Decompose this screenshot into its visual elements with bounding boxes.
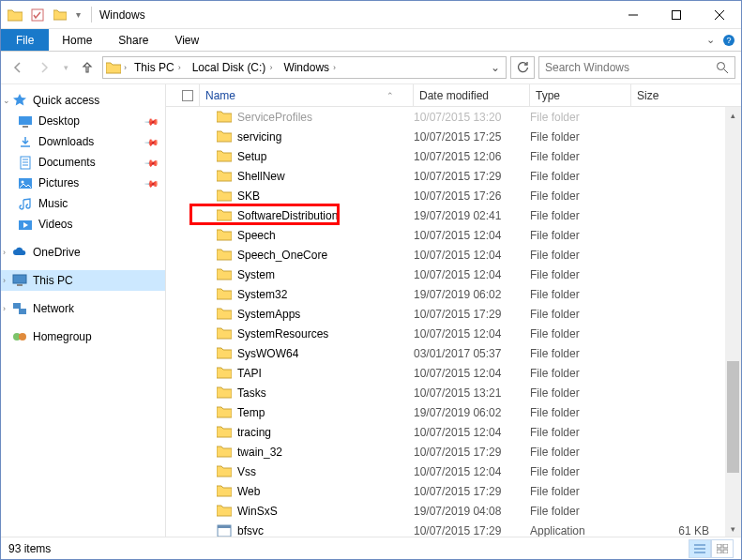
file-row[interactable]: SystemApps10/07/2015 17:29File folder xyxy=(166,304,741,324)
sidebar-item-downloads[interactable]: Downloads📌 xyxy=(1,131,165,152)
column-date[interactable]: Date modified xyxy=(414,84,530,106)
file-type: File folder xyxy=(530,347,631,360)
folder-icon xyxy=(217,485,232,497)
sidebar-item-music[interactable]: Music xyxy=(1,193,165,214)
file-row[interactable]: SoftwareDistribution19/07/2019 02:41File… xyxy=(166,205,741,225)
crumb-thispc[interactable]: This PC› xyxy=(129,61,185,74)
sidebar-item-documents[interactable]: Documents📌 xyxy=(1,152,165,173)
documents-icon xyxy=(18,156,33,170)
scrollbar[interactable]: ▴ ▾ xyxy=(725,107,741,537)
sidebar-item-pictures[interactable]: Pictures📌 xyxy=(1,173,165,193)
search-input[interactable] xyxy=(545,61,716,74)
folder-icon xyxy=(217,111,232,123)
ribbon-expand-icon[interactable]: ⌄ xyxy=(706,34,715,46)
column-type[interactable]: Type xyxy=(530,84,631,106)
file-row[interactable]: Speech10/07/2015 12:04File folder xyxy=(166,225,741,245)
file-row[interactable]: ServiceProfiles10/07/2015 13:20File fold… xyxy=(166,107,741,127)
sidebar-onedrive[interactable]: › OneDrive xyxy=(1,242,165,263)
search-box[interactable] xyxy=(538,56,735,79)
file-name: Vss xyxy=(237,465,256,478)
minimize-button[interactable] xyxy=(612,1,655,29)
file-row[interactable]: Vss10/07/2015 12:04File folder xyxy=(166,462,741,481)
svg-point-16 xyxy=(19,333,26,341)
file-row[interactable]: WinSxS19/07/2019 04:08File folder xyxy=(166,501,741,521)
file-row[interactable]: System3219/07/2019 06:02File folder xyxy=(166,284,741,304)
file-row[interactable]: ShellNew10/07/2015 17:29File folder xyxy=(166,166,741,186)
sidebar-item-label: Desktop xyxy=(38,114,80,128)
qat-dropdown-icon[interactable]: ▾ xyxy=(72,5,83,25)
pin-icon: 📌 xyxy=(144,134,159,149)
svg-rect-20 xyxy=(723,544,728,548)
chevron-down-icon[interactable]: ⌄ xyxy=(3,96,10,105)
column-name[interactable]: Name⌃ xyxy=(200,84,414,106)
chevron-right-icon[interactable]: › xyxy=(3,304,6,313)
file-name: Tasks xyxy=(237,386,266,400)
file-tab[interactable]: File xyxy=(1,29,49,51)
scroll-thumb[interactable] xyxy=(727,361,739,473)
nav-forward-button[interactable] xyxy=(33,56,55,79)
sidebar-this-pc[interactable]: › This PC xyxy=(1,270,165,291)
file-row[interactable]: SystemResources10/07/2015 12:04File fold… xyxy=(166,324,741,343)
folder-icon xyxy=(217,386,232,399)
file-row[interactable]: Temp19/07/2019 06:02File folder xyxy=(166,402,741,422)
file-row[interactable]: System10/07/2015 12:04File folder xyxy=(166,265,741,284)
sidebar-homegroup[interactable]: Homegroup xyxy=(1,326,165,347)
column-size[interactable]: Size xyxy=(631,84,741,106)
crumb-localdisk[interactable]: Local Disk (C:)› xyxy=(187,61,277,74)
chevron-right-icon[interactable]: › xyxy=(3,248,6,257)
address-bar[interactable]: › This PC› Local Disk (C:)› Windows› ⌄ xyxy=(102,56,507,79)
sidebar-quick-access[interactable]: ⌄ Quick access xyxy=(1,90,165,111)
folder-icon xyxy=(217,406,232,418)
maximize-button[interactable] xyxy=(655,1,698,29)
file-row[interactable]: bfsvc10/07/2015 17:29Application61 KB xyxy=(166,521,741,537)
file-row[interactable]: Speech_OneCore10/07/2015 12:04File folde… xyxy=(166,245,741,265)
crumb-windows[interactable]: Windows› xyxy=(278,61,340,74)
close-button[interactable] xyxy=(698,1,741,29)
address-dropdown-icon[interactable]: ⌄ xyxy=(487,61,504,74)
svg-rect-19 xyxy=(717,544,721,548)
scroll-down-button[interactable]: ▾ xyxy=(725,521,741,537)
file-row[interactable]: Web10/07/2015 17:29File folder xyxy=(166,481,741,501)
nav-back-button[interactable] xyxy=(7,56,29,79)
details-view-button[interactable] xyxy=(689,539,711,558)
view-tab[interactable]: View xyxy=(161,29,212,51)
file-name: WinSxS xyxy=(237,505,278,518)
file-name: SysWOW64 xyxy=(237,347,298,360)
sidebar-item-videos[interactable]: Videos xyxy=(1,214,165,235)
nav-recent-button[interactable]: ▾ xyxy=(59,56,72,79)
file-row[interactable]: servicing10/07/2015 17:25File folder xyxy=(166,127,741,146)
file-row[interactable]: SysWOW6403/01/2017 05:37File folder xyxy=(166,343,741,363)
file-row[interactable]: Tasks10/07/2015 13:21File folder xyxy=(166,383,741,402)
sidebar-network[interactable]: › Network xyxy=(1,298,165,319)
chevron-right-icon[interactable]: › xyxy=(3,276,6,285)
file-row[interactable]: tracing10/07/2015 12:04File folder xyxy=(166,422,741,442)
help-icon[interactable]: ? xyxy=(722,34,735,47)
select-all-checkbox[interactable] xyxy=(175,84,200,106)
scroll-up-button[interactable]: ▴ xyxy=(725,107,741,123)
file-type: Application xyxy=(530,524,631,537)
folder-small-icon[interactable] xyxy=(50,5,70,25)
file-row[interactable]: Setup10/07/2015 12:06File folder xyxy=(166,146,741,166)
file-row[interactable]: SKB10/07/2015 17:26File folder xyxy=(166,186,741,205)
folder-icon xyxy=(217,367,232,379)
search-icon[interactable] xyxy=(716,61,729,74)
svg-rect-21 xyxy=(717,550,721,553)
nav-up-button[interactable] xyxy=(76,56,98,79)
icons-view-button[interactable] xyxy=(711,539,734,558)
file-date: 10/07/2015 12:04 xyxy=(414,327,530,341)
ribbon-tabs: File Home Share View ⌄ ? xyxy=(1,29,741,52)
chevron-right-icon[interactable]: › xyxy=(124,63,127,72)
svg-rect-6 xyxy=(23,126,28,128)
homegroup-icon xyxy=(12,330,27,343)
share-tab[interactable]: Share xyxy=(105,29,161,51)
home-tab[interactable]: Home xyxy=(49,29,105,51)
file-row[interactable]: TAPI10/07/2015 12:04File folder xyxy=(166,363,741,383)
pc-icon xyxy=(12,274,27,287)
properties-icon[interactable] xyxy=(27,5,48,25)
refresh-button[interactable] xyxy=(510,56,535,79)
music-icon xyxy=(18,197,33,211)
file-row[interactable]: twain_3210/07/2015 17:29File folder xyxy=(166,442,741,462)
sidebar-item-desktop[interactable]: Desktop📌 xyxy=(1,111,165,131)
file-name: twain_32 xyxy=(237,446,282,459)
content-pane: Name⌃ Date modified Type Size ServicePro… xyxy=(166,84,741,537)
